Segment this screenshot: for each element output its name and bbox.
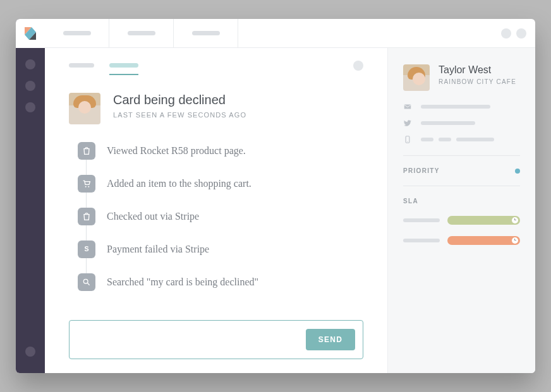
timeline-item: Searched "my card is being declined"	[78, 273, 363, 291]
svg-point-3	[85, 186, 87, 187]
timeline-text: Checked out via Stripe	[107, 211, 199, 222]
ticket-panel: Card being declined LAST SEEN A FEW SECO…	[45, 48, 387, 373]
contact-twitter-row	[403, 119, 520, 128]
sla-bar-green	[447, 216, 520, 225]
customer-avatar	[403, 64, 430, 91]
contact-placeholder	[421, 121, 475, 125]
svg-point-6	[83, 279, 88, 283]
sla-section: SLA	[403, 198, 520, 205]
rail-nav-item[interactable]	[25, 102, 35, 112]
send-button[interactable]: SEND	[306, 329, 355, 350]
sla-item-label	[403, 218, 440, 222]
rail-nav-item[interactable]	[25, 81, 35, 91]
contact-placeholder	[421, 138, 494, 141]
ticket-title: Card being declined	[113, 93, 246, 107]
timeline-item: Checked out via Stripe	[78, 208, 363, 225]
topbar	[45, 19, 535, 48]
logo-k-icon	[23, 26, 38, 41]
cart-icon	[78, 175, 95, 193]
clock-icon	[512, 237, 518, 244]
timeline-text: Payment failed via Stripe	[107, 244, 209, 255]
app-logo[interactable]	[16, 19, 45, 48]
subtab[interactable]	[69, 63, 94, 68]
timeline-text: Searched "my card is being declined"	[107, 276, 258, 288]
top-tab[interactable]	[174, 19, 238, 47]
customer-name: Taylor West	[439, 64, 516, 76]
svg-text:S: S	[84, 245, 88, 252]
contact-placeholder	[421, 105, 490, 109]
sla-bar-orange	[447, 236, 520, 245]
priority-section: PRIORITY	[403, 167, 520, 174]
content-row: Card being declined LAST SEEN A FEW SECO…	[45, 48, 535, 373]
contact-email-row	[403, 102, 520, 111]
ticket-header: Card being declined LAST SEEN A FEW SECO…	[69, 93, 363, 124]
top-tab[interactable]	[109, 19, 174, 47]
sla-item-label	[403, 239, 440, 242]
topbar-action[interactable]	[516, 28, 526, 39]
stripe-icon: S	[78, 241, 95, 258]
sla-row	[403, 216, 520, 225]
ticket-subtabs	[69, 63, 363, 68]
customer-profile: Taylor West RAINBOW CITY CAFE	[403, 64, 520, 91]
priority-indicator	[515, 169, 520, 174]
rail-nav-item-bottom[interactable]	[25, 347, 35, 357]
twitter-icon	[403, 119, 412, 128]
svg-point-10	[407, 141, 408, 142]
timeline-text: Viewed Rocket R58 product page.	[107, 145, 246, 157]
customer-avatar	[69, 93, 100, 124]
svg-point-4	[88, 186, 89, 187]
topbar-action[interactable]	[501, 28, 511, 39]
subtabs-action[interactable]	[353, 61, 363, 71]
top-tab[interactable]	[45, 19, 109, 47]
app-window: Card being declined LAST SEEN A FEW SECO…	[16, 19, 535, 373]
search-icon	[78, 273, 95, 291]
svg-line-7	[87, 283, 89, 285]
customer-sidebar: Taylor West RAINBOW CITY CAFE	[387, 48, 535, 373]
svg-rect-8	[404, 105, 411, 109]
customer-company: RAINBOW CITY CAFE	[439, 78, 516, 85]
timeline-item: Viewed Rocket R58 product page.	[78, 142, 363, 160]
sla-label: SLA	[403, 198, 418, 205]
reply-input[interactable]	[77, 335, 306, 345]
reply-composer: SEND	[69, 320, 363, 359]
rail-nav-item[interactable]	[25, 59, 35, 69]
timeline-item: S Payment failed via Stripe	[78, 241, 363, 258]
left-rail	[16, 19, 45, 373]
divider	[403, 186, 520, 186]
clock-icon	[512, 217, 518, 223]
sla-row	[403, 236, 520, 245]
subtab-active[interactable]	[109, 63, 138, 68]
contact-phone-row	[403, 135, 520, 144]
shop-bag-icon	[78, 142, 95, 160]
divider	[403, 155, 520, 156]
shop-bag-icon	[78, 208, 95, 225]
mobile-icon	[403, 135, 412, 144]
timeline-text: Added an item to the shopping cart.	[107, 178, 251, 189]
ticket-last-seen: LAST SEEN A FEW SECONDS AGO	[113, 111, 246, 119]
priority-label: PRIORITY	[403, 167, 440, 174]
timeline-item: Added an item to the shopping cart.	[78, 175, 363, 193]
mail-icon	[403, 102, 412, 111]
activity-timeline: Viewed Rocket R58 product page. Added an…	[78, 142, 363, 291]
main-column: Card being declined LAST SEEN A FEW SECO…	[45, 19, 535, 373]
